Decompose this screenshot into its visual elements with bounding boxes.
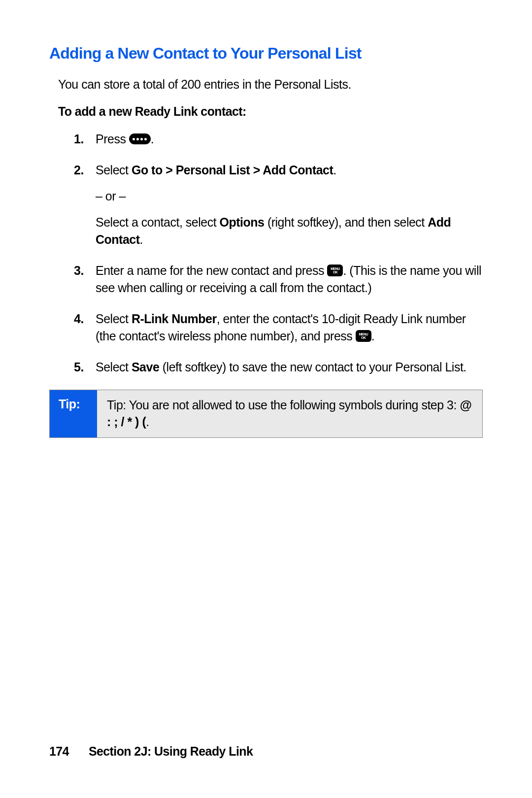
step-body: Select R-Link Number, enter the contact'… xyxy=(96,310,483,345)
step-5: 5. Select Save (left softkey) to save th… xyxy=(74,359,483,376)
dots-button-icon xyxy=(129,133,151,144)
step-text: Select xyxy=(96,163,132,177)
tip-content: Tip: You are not allowed to use the foll… xyxy=(97,390,482,437)
step-body: Select Go to > Personal List > Add Conta… xyxy=(96,162,483,248)
step-text: Select xyxy=(96,312,132,326)
menu-ok-button-icon: MENUOK xyxy=(327,265,343,276)
step-body: Select Save (left softkey) to save the n… xyxy=(96,359,483,376)
step-text-bold: R-Link Number xyxy=(132,312,217,326)
step-number: 2. xyxy=(74,162,96,248)
step-text: . xyxy=(140,233,143,246)
page-number: 174 xyxy=(49,744,69,758)
intro-text: You can store a total of 200 entries in … xyxy=(58,77,483,92)
step-text-bold: Options xyxy=(220,215,265,229)
step-body: Enter a name for the new contact and pre… xyxy=(96,262,483,297)
steps-list: 1. Press . 2. Select Go to > Personal Li… xyxy=(74,131,483,376)
step-text: . xyxy=(151,132,154,146)
step-text: (left softkey) to save the new contact t… xyxy=(159,360,466,374)
tip-label: Tip: xyxy=(50,390,97,437)
step-text: Press xyxy=(96,132,129,146)
step-number: 5. xyxy=(74,359,96,376)
step-text: (right softkey), and then select xyxy=(264,215,428,229)
step-text: Enter a name for the new contact and pre… xyxy=(96,264,327,277)
step-text: Select a contact, select xyxy=(96,215,220,229)
step-or: – or – xyxy=(96,188,483,205)
tip-text: Tip: You are not allowed to use the foll… xyxy=(107,398,460,412)
step-3: 3. Enter a name for the new contact and … xyxy=(74,262,483,297)
step-text-bold: Save xyxy=(132,360,159,374)
step-1: 1. Press . xyxy=(74,131,483,148)
step-body: Press . xyxy=(96,131,483,148)
step-text: . xyxy=(333,163,336,177)
step-text: Select xyxy=(96,360,132,374)
step-4: 4. Select R-Link Number, enter the conta… xyxy=(74,310,483,345)
menu-ok-button-icon: MENUOK xyxy=(356,330,371,342)
page-footer: 174Section 2J: Using Ready Link xyxy=(49,744,253,759)
step-number: 4. xyxy=(74,310,96,345)
step-text: . xyxy=(371,329,374,343)
step-number: 1. xyxy=(74,131,96,148)
tip-box: Tip: Tip: You are not allowed to use the… xyxy=(49,390,483,438)
page-heading: Adding a New Contact to Your Personal Li… xyxy=(49,44,483,63)
tip-text: . xyxy=(146,415,149,429)
step-number: 3. xyxy=(74,262,96,297)
subheading: To add a new Ready Link contact: xyxy=(58,104,483,119)
step-2: 2. Select Go to > Personal List > Add Co… xyxy=(74,162,483,248)
section-title: Section 2J: Using Ready Link xyxy=(89,744,253,758)
step-text-bold: Go to > Personal List > Add Contact xyxy=(132,163,333,177)
